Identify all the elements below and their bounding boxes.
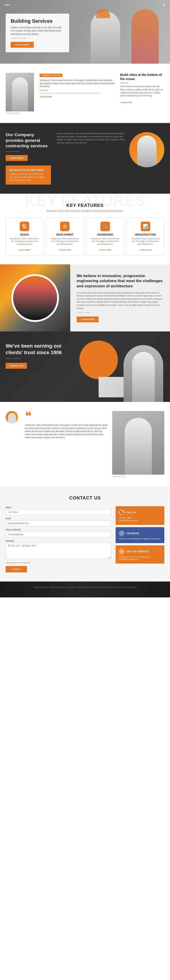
email-input[interactable]: [6, 520, 111, 526]
phone-input[interactable]: [6, 531, 111, 538]
design-text: Sample text. Click to select the text bo…: [9, 237, 39, 245]
contact-grid: Name Email Phone (optional) Message I ag…: [6, 506, 164, 573]
engineering-img-credit: Image from Freepik: [77, 312, 164, 313]
engineering-text: Sample text. Click to select the text bo…: [90, 237, 120, 245]
services-icon-row: ★ OUR TOP SERVICES: [119, 549, 161, 554]
name-input[interactable]: [6, 509, 111, 515]
navbar: logo ≡: [0, 0, 170, 9]
hero-background: [61, 0, 170, 64]
terms-link[interactable]: Terms of Service: [17, 562, 30, 564]
community-credit: Article evident arrived expres highest m…: [40, 92, 116, 94]
testimonial-section: ❝ Sample text. Click to select the text …: [0, 402, 170, 486]
city-inner: [13, 276, 57, 320]
engineering-title: We believe in innovative, progressive en…: [77, 274, 164, 288]
features-title: KEY FEATURES: [6, 203, 164, 208]
dark-learn-more-button[interactable]: LEARN MORE: [6, 155, 28, 161]
services-title: OUR TOP SERVICES: [126, 550, 149, 553]
engineering-cta-button[interactable]: LEARN MORE: [77, 317, 99, 322]
feature-design-card: 🏗 DESIGN Sample text. Click to select th…: [6, 218, 43, 255]
contact-right-column: 📞 CALL US 123.456.7890 myname@email.com …: [116, 506, 164, 563]
footer-text: Sample text. Click to select the text bo…: [6, 586, 164, 589]
quote-mark-icon: ❝: [25, 411, 108, 421]
agree-text: I agree to the Terms of Service: [6, 562, 111, 564]
features-grid: 🏗 DESIGN Sample text. Click to select th…: [6, 218, 164, 255]
top-services-box: ★ OUR TOP SERVICES Building services, co…: [116, 546, 164, 563]
phone-icon: 📞: [119, 509, 125, 515]
community-worker-photo: [6, 73, 34, 111]
trust-content: We've been earning our clients' trust si…: [6, 343, 67, 369]
community-right: Build cities at the bottom of the ocean …: [120, 73, 164, 104]
engineering-section: We believe in innovative, progressive en…: [0, 264, 170, 331]
message-textarea[interactable]: [6, 542, 111, 558]
testimonial-avatar-area: [6, 411, 20, 423]
infrastructure-learn-more[interactable]: LEARN MORE: [139, 249, 152, 251]
message-label: Message: [6, 540, 111, 542]
hero-cta-button[interactable]: LEARN MORE: [11, 42, 34, 48]
hamburger-icon[interactable]: ≡: [163, 2, 165, 7]
design-learn-more[interactable]: LEARN MORE: [18, 249, 31, 251]
footer-bg-overlay: [0, 582, 170, 597]
dark-img-credit: Image from Freepik: [6, 151, 51, 152]
hero-description: Habitant morbi tristique senectus et. Ne…: [11, 26, 64, 36]
design-title: DESIGN: [9, 234, 39, 236]
hero-content: Building Services Habitant morbi tristiq…: [6, 14, 69, 52]
logo: logo: [5, 3, 10, 6]
testimonial-img-credit: Image from Freepik: [112, 476, 164, 477]
email-label: Email: [6, 517, 111, 520]
community-learn-more-link[interactable]: LEARN MORE: [40, 96, 52, 98]
footer: Sample text. Click to select the text bo…: [0, 582, 170, 597]
worker-figure-left: [91, 11, 120, 64]
phone-label: Phone (optional): [6, 528, 111, 531]
feature-infrastructure-card: 📊 INFRASTRUCTURE Sample text. Click to s…: [127, 218, 164, 255]
feature-development-card: ⚙ DEVELOPMENT Sample text. Click to sele…: [46, 218, 83, 255]
development-icon: ⚙: [60, 222, 69, 231]
community-divider: [40, 90, 47, 91]
submit-button[interactable]: SUBMIT: [6, 566, 27, 573]
call-us-phone: 123.456.7890: [119, 517, 161, 519]
form-phone-group: Phone (optional): [6, 528, 111, 538]
community-section: Image from Freepik COMMUNITY SPACES Samp…: [0, 64, 170, 123]
contact-title: CONTACT US: [6, 495, 164, 501]
community-center: COMMUNITY SPACES Sample text. Click to s…: [40, 73, 116, 98]
worker-helmet: [96, 9, 110, 18]
form-email-group: Email: [6, 517, 111, 526]
form-message-group: Message: [6, 540, 111, 560]
engineering-image-area: [0, 264, 70, 331]
features-section: KEY FEATURES KEY FEATURES Sample text. C…: [0, 194, 170, 264]
community-right-learn-more[interactable]: LEARN MORE: [120, 102, 132, 103]
trust-title: We've been earning our clients' trust si…: [6, 343, 67, 356]
features-subtitle: Sample text. Click to select the text bo…: [34, 210, 136, 212]
facebook-box: f FACEBOOK Follow us on Facebook for upd…: [116, 527, 164, 543]
facebook-icon-row: f FACEBOOK: [119, 530, 161, 536]
services-text: Building services, construction and engi…: [119, 556, 161, 560]
testimonial-worker-area: Image from Freepik: [112, 411, 164, 477]
city-circle: [11, 274, 59, 322]
we-build-title: WE BUILD TO FIT ANYTHING: [9, 169, 47, 172]
community-right-text: Article evident arrived expres highest m…: [120, 85, 164, 97]
testimonial-quote: Sample text. Click to select the text bo…: [25, 424, 108, 439]
hero-img-credit: Image from Freepik: [11, 37, 64, 39]
name-label: Name: [6, 506, 111, 509]
dark-company-title: Our Company provides general contracting…: [6, 132, 51, 149]
development-learn-more[interactable]: LEARN MORE: [59, 249, 71, 251]
infrastructure-text: Sample text. Click to select the text bo…: [131, 237, 161, 245]
hero-title: Building Services: [11, 18, 64, 24]
call-us-box: 📞 CALL US 123.456.7890 myname@email.com: [116, 506, 164, 525]
facebook-text: Follow us on Facebook for updates and ne…: [119, 538, 161, 540]
engineering-body: Ut sit amet massa lorem, quis suscipit a…: [77, 291, 164, 310]
engineering-icon: 🔧: [101, 222, 110, 231]
trust-section: We've been earning our clients' trust si…: [0, 331, 170, 402]
trust-worker-photo: [124, 345, 163, 402]
worker-circle-photo: [129, 132, 164, 167]
contact-form: Name Email Phone (optional) Message I ag…: [6, 506, 111, 573]
hero-section: logo ≡ Building Services Habitant morbi …: [0, 0, 170, 64]
development-text: Sample text. Click to select the text bo…: [50, 237, 80, 245]
facebook-icon: f: [119, 530, 125, 536]
engineering-title: ENGINEERING: [90, 234, 120, 236]
form-name-group: Name: [6, 506, 111, 515]
contact-section: CONTACT US Name Email Phone (optional) M…: [0, 486, 170, 582]
trust-cta-button[interactable]: CONTACT US: [6, 363, 27, 369]
engineering-learn-more[interactable]: LEARN MORE: [99, 249, 111, 251]
phone-icon-row: 📞 CALL US: [119, 509, 161, 515]
we-build-text: Sample text. Click to select the text bo…: [9, 173, 47, 181]
